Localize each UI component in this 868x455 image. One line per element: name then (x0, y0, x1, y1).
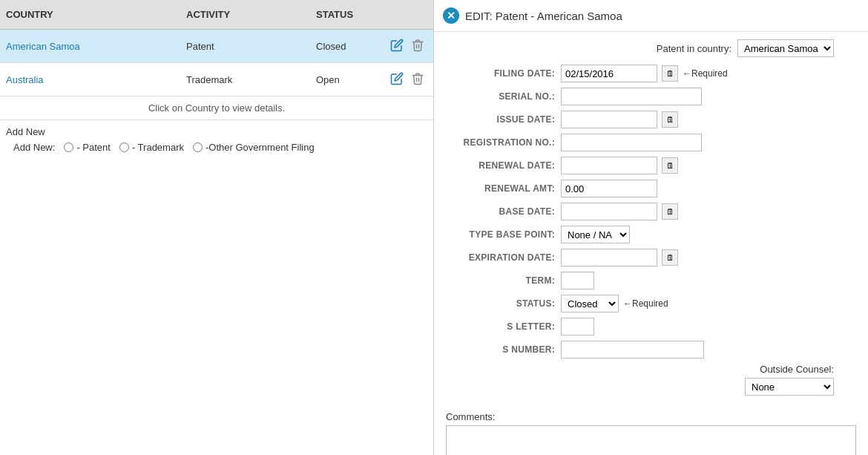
edit-title: EDIT: Patent - American Samoa (465, 10, 622, 22)
add-new-options-prefix: Add New: (13, 142, 55, 153)
renewal-amt-row: RENEWAL AMT: (446, 180, 856, 197)
s-number-label: S NUMBER: (446, 344, 561, 355)
renewal-date-controls: 🗓 (561, 157, 678, 174)
radio-patent-label: - Patent (76, 142, 111, 153)
s-number-input[interactable] (561, 341, 704, 359)
base-date-row: BASE DATE: 🗓 (446, 203, 856, 220)
expiration-date-label: EXPIRATION DATE: (446, 252, 561, 263)
renewal-date-label: RENEWAL DATE: (446, 160, 561, 171)
filing-date-cal-icon[interactable]: 🗓 (662, 65, 678, 82)
base-date-label: BASE DATE: (446, 206, 561, 217)
renewal-amt-label: RENEWAL AMT: (446, 183, 561, 194)
registration-no-input[interactable] (561, 134, 702, 151)
delete-icon[interactable] (411, 72, 426, 87)
filing-date-row: FILING DATE: 🗓 ←Required (446, 65, 856, 82)
add-new-label: Add New (6, 126, 427, 137)
s-number-row: S NUMBER: (446, 341, 856, 359)
country-link[interactable]: American Samoa (6, 41, 80, 52)
patent-country-select[interactable]: American SamoaAustralia (737, 39, 834, 57)
edit-icon[interactable] (390, 39, 405, 53)
filing-date-input[interactable] (561, 65, 657, 82)
radio-other[interactable]: -Other Government Filing (193, 142, 315, 153)
radio-trademark-input[interactable] (119, 143, 129, 152)
patent-country-label: Patent in country: (657, 43, 737, 54)
country-cell: Australia (0, 71, 180, 88)
serial-no-input[interactable] (561, 88, 702, 105)
renewal-date-cal-icon[interactable]: 🗓 (662, 157, 678, 174)
status-controls: ClosedOpenPending ←Required (561, 295, 668, 312)
left-panel: COUNTRY ACTIVITY STATUS American Samoa P… (0, 0, 434, 455)
expiration-date-input[interactable] (561, 249, 657, 266)
expiration-date-cal-icon[interactable]: 🗓 (662, 249, 678, 266)
serial-no-row: SERIAL NO.: (446, 88, 856, 105)
base-date-cal-icon[interactable]: 🗓 (662, 203, 678, 220)
base-date-controls: 🗓 (561, 203, 678, 220)
issue-date-cal-icon[interactable]: 🗓 (662, 111, 678, 128)
edit-header: ✕ EDIT: Patent - American Samoa (434, 0, 868, 32)
renewal-date-row: RENEWAL DATE: 🗓 (446, 157, 856, 174)
issue-date-row: ISSUE DATE: 🗓 (446, 111, 856, 128)
issue-date-input[interactable] (561, 111, 657, 128)
s-letter-input[interactable] (561, 318, 594, 335)
expiration-date-controls: 🗓 (561, 249, 678, 266)
right-panel: ✕ EDIT: Patent - American Samoa Patent i… (434, 0, 868, 455)
outside-counsel-select[interactable]: None (745, 378, 834, 396)
form-body: Patent in country: American SamoaAustral… (434, 32, 868, 408)
activity-cell: Patent (180, 38, 310, 55)
table-row: Australia Trademark Open (0, 63, 433, 96)
filing-date-controls: 🗓 ←Required (561, 65, 728, 82)
country-cell: American Samoa (0, 38, 180, 55)
type-base-point-label: TYPE BASE POINT: (446, 229, 561, 240)
action-icons (384, 36, 432, 56)
delete-icon[interactable] (411, 39, 426, 53)
outside-counsel-row: Outside Counsel: None (446, 364, 856, 396)
close-button[interactable]: ✕ (443, 7, 459, 24)
patent-country-row: Patent in country: American SamoaAustral… (446, 39, 856, 57)
radio-patent-input[interactable] (64, 143, 73, 152)
activity-cell: Trademark (180, 71, 310, 88)
comments-label: Comments: (446, 411, 856, 422)
comments-section: Comments: (434, 408, 868, 455)
radio-other-label: -Other Government Filing (206, 142, 315, 153)
base-date-input[interactable] (561, 203, 657, 220)
radio-patent[interactable]: - Patent (64, 142, 111, 153)
status-required: ←Required (623, 298, 668, 309)
registration-no-controls (561, 134, 702, 151)
status-select[interactable]: ClosedOpenPending (561, 295, 619, 312)
filing-date-label: FILING DATE: (446, 68, 561, 79)
term-label: TERM: (446, 275, 561, 286)
term-controls (561, 272, 594, 289)
col-header-activity: ACTIVITY (180, 0, 310, 29)
radio-trademark[interactable]: - Trademark (119, 142, 184, 153)
term-input[interactable] (561, 272, 594, 289)
renewal-amt-controls (561, 180, 657, 197)
renewal-date-input[interactable] (561, 157, 657, 174)
expiration-date-row: EXPIRATION DATE: 🗓 (446, 249, 856, 266)
col-header-status: STATUS (310, 0, 384, 29)
country-link[interactable]: Australia (6, 74, 44, 85)
outside-counsel-label: Outside Counsel: (760, 364, 834, 375)
radio-trademark-label: - Trademark (132, 142, 184, 153)
col-header-country: COUNTRY (0, 0, 180, 29)
edit-icon[interactable] (390, 72, 405, 87)
registration-no-label: REGISTRATION NO.: (446, 137, 561, 148)
status-row: STATUS: ClosedOpenPending ←Required (446, 295, 856, 312)
serial-no-label: SERIAL NO.: (446, 91, 561, 102)
col-header-actions (384, 0, 433, 29)
registration-no-row: REGISTRATION NO.: (446, 134, 856, 151)
type-base-point-controls: None / NAFiling DateIssue Date (561, 226, 630, 243)
filing-date-required: ←Required (683, 68, 728, 79)
type-base-point-select[interactable]: None / NAFiling DateIssue Date (561, 226, 630, 243)
add-new-radios: Add New: - Patent - Trademark -Other Gov… (6, 142, 427, 153)
table-row: American Samoa Patent Closed (0, 30, 433, 63)
renewal-amt-input[interactable] (561, 180, 657, 197)
click-hint: Click on Country to view details. (0, 96, 433, 120)
table-rows-container: American Samoa Patent Closed (0, 30, 433, 96)
status-cell: Closed (310, 38, 384, 55)
table-header: COUNTRY ACTIVITY STATUS (0, 0, 433, 30)
issue-date-controls: 🗓 (561, 111, 678, 128)
radio-other-input[interactable] (193, 143, 203, 152)
s-letter-label: S LETTER: (446, 321, 561, 332)
serial-no-controls (561, 88, 702, 105)
comments-textarea[interactable] (446, 425, 856, 455)
